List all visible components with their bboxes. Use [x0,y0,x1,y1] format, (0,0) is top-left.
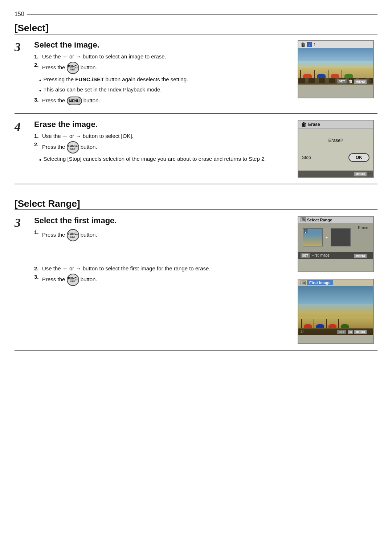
erase-label-right: Erase [355,225,371,230]
step-3-bullet-1: Pressing the FUNC./SET button again dese… [39,76,294,85]
menu-tag-1: MENU↩ [354,79,371,84]
step-3-range-item-3: 3. Press the FUNC. SET button. [34,274,294,286]
step-3-select: 3 Select the image. 1. Use the ← or → bu… [15,34,377,114]
screen1-beach-photo: SET 🗑 MENU↩ [298,48,373,85]
screen2-top-bar: 🗑 Erase [298,120,373,129]
bullet-4-1-text: Selecting [Stop] cancels selection of th… [44,156,266,162]
func-set-button-3: FUNC. SET [67,229,79,241]
screen1-bottom-bar: SET 🗑 MENU↩ [298,78,373,85]
item-4-1-text: Use the ← or → button to select [OK]. [42,133,134,139]
step-3-screen: 🗑 ✓ 1 [298,40,377,98]
menu-tag-3: MENU↩ [354,253,371,258]
step-3-range-title: Select the first image. [34,216,294,225]
set-tag-1: SET [337,79,347,83]
step-3-item-3: 3. Press the MENU button. [34,97,294,105]
step-3-content: Select the image. 1. Use the ← or → butt… [34,40,298,107]
item-3r-2-text: Use the ← or → button to select the firs… [42,265,211,271]
item-3r-num-1: 1. [34,229,42,235]
screen3-empty [331,228,351,246]
trash-icon-small: 🗑 [349,79,353,83]
step-4-content: Erase the image. 1. Use the ← or → butto… [34,120,298,178]
step-4-title: Erase the image. [34,120,294,129]
screen1-top-bar: 🗑 ✓ 1 [298,41,373,48]
screen4-controls: SET ⊞ MENU↩ [337,329,371,334]
item-4-num-2: 2. [34,141,42,147]
screen3-thumb-1: 3 [303,228,323,246]
screen-select-image: 🗑 ✓ 1 [298,40,374,98]
select-range-label: Select Range [307,218,332,222]
screen2-bottom-bar: MENU↩ [298,171,373,177]
bullet-1-text: Pressing the FUNC./SET button again dese… [44,76,188,82]
step-3-title: Select the image. [34,40,294,50]
item-3r-num-3: 3. [34,274,42,280]
item-num-3: 3. [34,97,42,103]
set-first-image: SET First image [301,253,330,258]
select-range-icon-2: ⊞ [301,281,306,285]
screen4-beach-photo: 4L SET ⊞ MENU↩ [298,286,373,335]
menu-tag-2: MENU↩ [354,171,371,176]
select-range-icon: ⊞ [301,217,306,222]
ok-button: OK [348,153,369,162]
item-2-text: Press the FUNC. SET button. [42,62,97,74]
section-select-range-header: [Select Range] [15,198,377,209]
step-number-4: 4 [15,120,34,178]
func-set-button-1: FUNC. SET [67,62,79,74]
item-3r-3-text: Press the FUNC. SET button. [42,274,97,286]
item-3r-1-text: Press the FUNC. SET button. [42,229,97,241]
screen3-top: ⊞ Select Range [298,217,373,223]
step-3-range-content: Select the first image. 1. Press the FUN… [34,216,298,344]
screen3-dash: - [326,234,328,241]
screen-select-range: ⊞ Select Range 3 - Erase SET First image [298,216,374,272]
section-select-header: [Select] [15,23,377,34]
item-3r-num-2: 2. [34,265,42,271]
step-number-3a: 3 [15,40,34,107]
trash-icon-2: 🗑 [301,122,306,127]
step-3-range-item-1: 1. Press the FUNC. SET button. [34,229,294,241]
step-4-screen: 🗑 Erase Erase? Stop OK MENU↩ [298,120,377,178]
screen4-bottom: 4L SET ⊞ MENU↩ [298,328,373,335]
screen3-num: 3 [304,229,307,233]
screen2-body: Erase? Stop OK [298,129,373,171]
step-3-item-2: 2. Press the FUNC. SET button. [34,62,294,74]
step-4-bullet-1: Selecting [Stop] cancels selection of th… [39,156,294,164]
first-image-label: First image [307,280,333,285]
step-4-item-2: 2. Press the FUNC. SET button. [34,141,294,154]
item-1-text: Use the ← or → button to select an image… [42,53,166,60]
step-3-range-screens: ⊞ Select Range 3 - Erase SET First image [298,216,377,344]
check-icon: ✓ [307,42,312,47]
item-num-1: 1. [34,53,42,60]
step-4-item-1: 1. Use the ← or → button to select [OK]. [34,133,294,139]
item-num-2: 2. [34,62,42,68]
screen3-body: 3 - Erase [298,223,373,252]
screen1-num: 1 [314,42,316,47]
step-4-erase: 4 Erase the image. 1. Use the ← or → but… [15,114,377,184]
4L-label: 4L [301,330,305,334]
bullet-2-text: This also can be set in the Index Playba… [44,86,162,93]
erase-buttons: Stop OK [302,153,369,162]
step-3-select-range: 3 Select the first image. 1. Press the F… [15,209,377,351]
item-4-2-text: Press the FUNC. SET button. [42,141,97,154]
step-3-bullet-2: This also can be set in the Index Playba… [39,86,294,95]
item-3-text: Press the MENU button. [42,97,100,105]
screen4-top: ⊞ First image [298,279,373,286]
func-set-button-4: FUNC. SET [67,274,79,286]
erase-question: Erase? [302,138,369,143]
stop-label: Stop [302,155,311,160]
menu-button-1: MENU [67,97,82,105]
step-number-3b: 3 [15,216,34,344]
page-number: 150 [15,11,377,17]
screen-first-image: ⊞ First image [298,279,374,344]
item-4-num-1: 1. [34,133,42,139]
step-3-range-item-2: 2. Use the ← or → button to select the f… [34,265,294,271]
screen-erase: 🗑 Erase Erase? Stop OK MENU↩ [298,120,374,178]
step-3-item-1: 1. Use the ← or → button to select an im… [34,53,294,60]
trash-icon: 🗑 [301,42,306,48]
func-set-button-2: FUNC. SET [67,141,79,154]
screen3-bottom: SET First image MENU↩ [298,252,373,259]
erase-title-text: Erase [308,122,320,127]
